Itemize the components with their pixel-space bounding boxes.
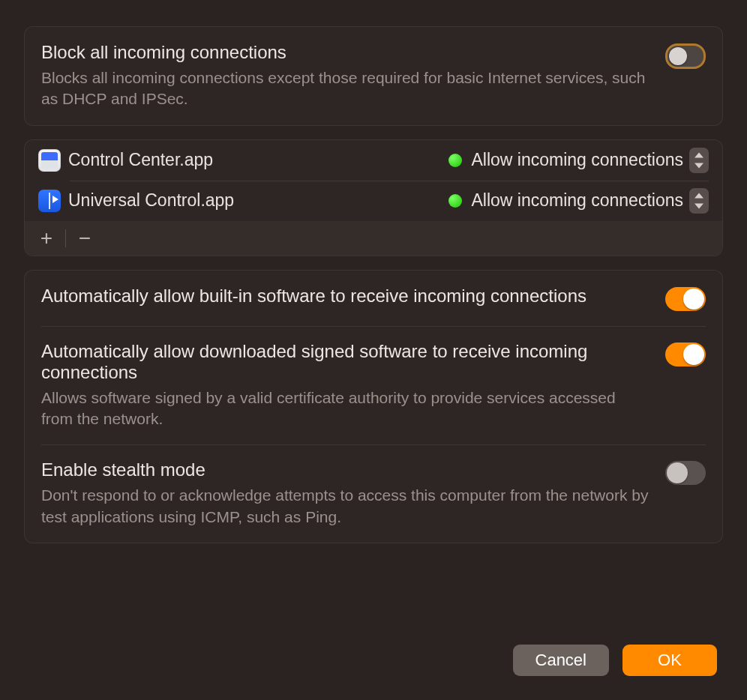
block-all-title: Block all incoming connections [41, 42, 650, 63]
block-all-subtitle: Blocks all incoming connections except t… [41, 67, 650, 110]
app-status: Allow incoming connections [448, 150, 683, 170]
auto-builtin-toggle[interactable] [665, 287, 706, 311]
block-all-row: Block all incoming connections Blocks al… [25, 27, 722, 125]
control-center-icon [38, 149, 61, 172]
chevron-down-icon [694, 203, 704, 209]
auto-builtin-row: Automatically allow built-in software to… [25, 271, 722, 326]
status-dot-icon [448, 194, 462, 208]
auto-builtin-text: Automatically allow built-in software to… [41, 286, 665, 307]
universal-control-icon [38, 190, 61, 212]
chevron-up-icon [694, 152, 704, 158]
app-list-panel: Control Center.app Allow incoming connec… [24, 139, 723, 256]
ok-button[interactable]: OK [622, 645, 717, 676]
stealth-title: Enable stealth mode [41, 459, 650, 480]
auto-signed-text: Automatically allow downloaded signed so… [41, 341, 665, 430]
app-row[interactable]: Control Center.app Allow incoming connec… [25, 140, 722, 181]
app-name-label: Control Center.app [68, 150, 448, 170]
dialog-footer: Cancel OK [513, 645, 717, 676]
auto-signed-title: Automatically allow downloaded signed so… [41, 341, 650, 383]
app-row[interactable]: Universal Control.app Allow incoming con… [25, 181, 722, 221]
ok-button-label: OK [658, 651, 682, 670]
divider [65, 229, 66, 247]
app-status-label: Allow incoming connections [471, 190, 683, 211]
cancel-button-label: Cancel [536, 651, 586, 670]
stealth-text: Enable stealth mode Don't respond to or … [41, 459, 665, 528]
plus-icon: + [40, 226, 52, 250]
block-all-toggle[interactable] [665, 43, 706, 69]
auto-signed-subtitle: Allows software signed by a valid certif… [41, 387, 650, 430]
app-status: Allow incoming connections [448, 190, 683, 211]
stealth-subtitle: Don't respond to or acknowledge attempts… [41, 485, 650, 528]
status-stepper[interactable] [689, 148, 709, 173]
block-all-panel: Block all incoming connections Blocks al… [24, 26, 723, 126]
auto-signed-toggle[interactable] [665, 343, 706, 366]
app-status-label: Allow incoming connections [471, 150, 683, 170]
status-stepper[interactable] [689, 188, 709, 214]
app-list-footer: + − [25, 221, 722, 256]
stealth-row: Enable stealth mode Don't respond to or … [25, 444, 722, 543]
options-panel: Automatically allow built-in software to… [24, 270, 723, 543]
app-name-label: Universal Control.app [68, 190, 448, 211]
status-dot-icon [448, 154, 462, 167]
auto-builtin-title: Automatically allow built-in software to… [41, 286, 650, 307]
stealth-toggle[interactable] [665, 461, 706, 485]
remove-app-button[interactable]: − [74, 227, 96, 250]
minus-icon: − [79, 226, 91, 250]
chevron-up-icon [694, 193, 704, 199]
block-all-text: Block all incoming connections Blocks al… [41, 42, 665, 110]
cancel-button[interactable]: Cancel [513, 645, 609, 676]
add-app-button[interactable]: + [35, 227, 58, 250]
chevron-down-icon [694, 163, 704, 169]
auto-signed-row: Automatically allow downloaded signed so… [25, 326, 722, 445]
